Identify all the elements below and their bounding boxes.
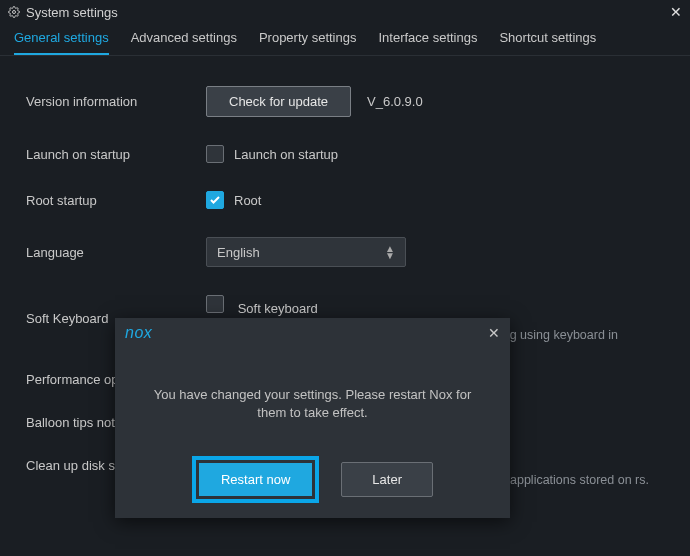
modal-message: You have changed your settings. Please r… [115, 342, 510, 422]
restart-modal: nox ✕ You have changed your settings. Pl… [115, 318, 510, 518]
window-title: System settings [26, 5, 118, 20]
language-value: English [217, 245, 260, 260]
disk-helper: applications stored on rs. [510, 472, 670, 488]
tab-interface[interactable]: Interface settings [378, 30, 477, 55]
svg-point-0 [13, 11, 16, 14]
language-select[interactable]: English ▲▼ [206, 237, 406, 267]
version-label: Version information [26, 94, 206, 109]
modal-actions: Restart now Later [115, 456, 510, 503]
close-icon[interactable]: ✕ [670, 4, 682, 20]
row-launch: Launch on startup Launch on startup [26, 145, 670, 163]
check-update-button[interactable]: Check for update [206, 86, 351, 117]
root-label: Root startup [26, 193, 206, 208]
nox-logo: nox [125, 324, 152, 342]
softkb-checkbox[interactable] [206, 295, 224, 313]
launch-label: Launch on startup [26, 147, 206, 162]
row-root: Root startup Root [26, 191, 670, 209]
tab-advanced[interactable]: Advanced settings [131, 30, 237, 55]
version-value: V_6.0.9.0 [367, 94, 423, 109]
row-language: Language English ▲▼ [26, 237, 670, 267]
language-label: Language [26, 245, 206, 260]
tab-property[interactable]: Property settings [259, 30, 357, 55]
root-checkbox[interactable] [206, 191, 224, 209]
launch-checkbox-label: Launch on startup [234, 147, 338, 162]
softkb-checkbox-label: Soft keyboard [238, 301, 318, 316]
row-version: Version information Check for update V_6… [26, 86, 670, 117]
restart-now-button[interactable]: Restart now [199, 463, 312, 496]
later-button[interactable]: Later [341, 462, 433, 497]
modal-close-icon[interactable]: ✕ [488, 325, 500, 341]
titlebar: System settings ✕ [0, 0, 690, 24]
restart-highlight: Restart now [192, 456, 319, 503]
tab-general[interactable]: General settings [14, 30, 109, 55]
modal-titlebar: nox ✕ [115, 318, 510, 342]
launch-checkbox[interactable] [206, 145, 224, 163]
gear-icon [8, 6, 20, 18]
chevron-updown-icon: ▲▼ [385, 245, 395, 259]
tabs: General settings Advanced settings Prope… [0, 24, 690, 56]
root-checkbox-label: Root [234, 193, 261, 208]
tab-shortcut[interactable]: Shortcut settings [499, 30, 596, 55]
